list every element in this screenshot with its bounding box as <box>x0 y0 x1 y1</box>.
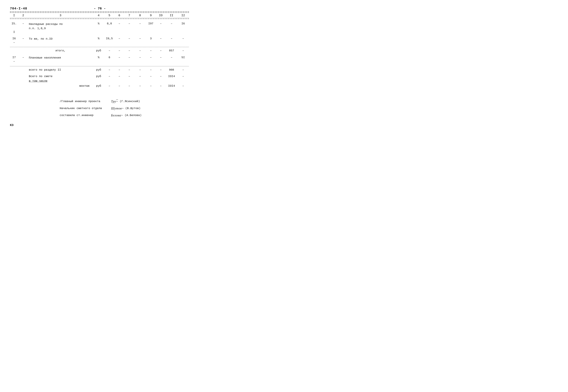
m-col11: – <box>156 84 166 87</box>
column-headers: I 2 3 4 5 6 7 8 9 IO II I2 <box>10 13 189 18</box>
vsr-col8: – <box>124 68 134 71</box>
vsego-razdel-row: всего по разделу II руб – – – – – – 908 … <box>10 68 189 72</box>
dept-head-title: Начальник сметного отдела <box>60 106 109 111</box>
signatures-block: /Главный инженер проекта Тру~ (Г.Ясински… <box>60 98 189 119</box>
chief-engineer-sig-line: /Главный инженер проекта Тру~ (Г.Ясински… <box>60 98 189 105</box>
m-col13: – <box>177 84 189 87</box>
row15-desc: Накладные расходы поп.п. 1,8,9 <box>28 22 93 30</box>
vsm-unit: руб <box>93 75 104 78</box>
row16-col2: – <box>18 37 28 40</box>
itogo-col13: – <box>177 49 189 52</box>
vsego-smete-label: Всего по смете <box>28 75 93 78</box>
row15-col4: % <box>93 22 104 25</box>
compiler-title: составила ст.инженер <box>60 112 109 118</box>
row16-col9: 3 <box>146 37 156 40</box>
row17-col4: % <box>93 56 104 59</box>
itogo-unit: руб <box>93 49 104 52</box>
col-header-12: I2 <box>177 14 189 17</box>
montazh-row: монтаж руб – – – – – – IOI4 – <box>10 84 189 88</box>
header-divider <box>10 12 189 12</box>
row17-col5: 6 <box>104 56 114 59</box>
itogo-row: итого, руб – – – – – – 857 – <box>10 48 189 53</box>
col-header-4: 4 <box>93 14 104 17</box>
col-header-7: 7 <box>124 14 134 17</box>
row16-col4: % <box>93 37 104 40</box>
row15-col10: – <box>156 22 166 25</box>
row16-col7: – <box>124 37 134 40</box>
vsr-col10: – <box>146 68 156 71</box>
itogo-col6: – <box>104 49 114 52</box>
row16-col12: – <box>177 37 189 40</box>
v-tom-chisle-label-row: в том числе <box>10 79 189 83</box>
row15-col11: – <box>166 22 177 25</box>
vsego-smete-row: Всего по смете руб – – – – – – IOI4 – <box>10 74 189 79</box>
vsm-col10: – <box>146 75 156 78</box>
row16-col10: – <box>156 37 166 40</box>
m-col10: – <box>146 84 156 87</box>
itogo-col9: – <box>134 49 146 52</box>
vsego-razdel-label: всего по разделу II <box>28 68 93 71</box>
m-col9: – <box>134 84 146 87</box>
row17-col11: – <box>166 56 177 59</box>
row17-col12: 5I <box>177 56 189 59</box>
vsr-col13: – <box>177 68 189 71</box>
table-row-15: I5. – Накладные расходы поп.п. 1,8,9 % 8… <box>10 21 189 34</box>
row15-col8: – <box>134 22 146 25</box>
header-row: 704-I-48 - 76 - <box>10 7 189 11</box>
itogo-col8: – <box>124 49 134 52</box>
row17-col6: – <box>114 56 124 59</box>
row15-col7: – <box>124 22 134 25</box>
dept-head-sig-line: Начальник сметного отдела Шутов~ (В.Шуто… <box>60 105 189 112</box>
vsm-col9: – <box>134 75 146 78</box>
row16-col13: – <box>10 41 18 44</box>
table-row-17: I7 – Плановые накопления % 6 – – – – – –… <box>10 55 189 64</box>
m-col12: IOI4 <box>166 84 177 87</box>
vsm-col8: – <box>124 75 134 78</box>
vsr-col7: – <box>114 68 124 71</box>
row17-col2: – <box>18 56 28 59</box>
montazh-label: монтаж <box>28 84 93 87</box>
footer-mark: КЗ <box>10 124 189 127</box>
m-col6: – <box>104 84 114 87</box>
vsr-col9: – <box>134 68 146 71</box>
chief-engineer-name: (Г.Ясинский) <box>120 99 140 104</box>
row15-col6: – <box>114 22 124 25</box>
dept-head-signature: Шутов~ <box>111 105 124 112</box>
document-container: 704-I-48 - 76 - I 2 3 4 5 6 7 8 9 IO II … <box>10 7 189 127</box>
data-section: I5. – Накладные расходы поп.п. 1,8,9 % 8… <box>10 21 189 88</box>
col-header-8: 8 <box>134 14 146 17</box>
row15-col12: I6 <box>177 22 189 25</box>
row16-col1: I6 <box>10 37 18 40</box>
itogo-label: итого, <box>28 49 93 52</box>
vsm-col12: IOI4 <box>166 75 177 78</box>
row15-col1: I5. <box>10 22 18 25</box>
row17-desc: Плановые накопления <box>28 56 93 60</box>
itogo-col12: 857 <box>166 49 177 52</box>
itogo-col10: – <box>146 49 156 52</box>
row17-col7: – <box>124 56 134 59</box>
row17-col8: – <box>134 56 146 59</box>
dept-head-name: (В.Шутов) <box>125 106 140 111</box>
col-header-3: 3 <box>28 14 93 17</box>
row16-col6: – <box>114 37 124 40</box>
col-header-10: IO <box>156 14 166 17</box>
row16-col8: – <box>134 37 146 40</box>
sep2 <box>10 66 189 67</box>
compiler-name: (А.Белова) <box>125 112 141 118</box>
col-header-5: 5 <box>104 14 114 17</box>
m-unit: руб <box>93 84 104 87</box>
col-header-1: I <box>10 14 18 17</box>
vsm-col13: – <box>177 75 189 78</box>
row16-col5: I6,5 <box>104 37 114 40</box>
table-row-16: I6 – То же, по п.IO % I6,5 – – – 3 – – –… <box>10 36 189 45</box>
row15-col2: – <box>18 22 28 25</box>
itogo-col7: – <box>114 49 124 52</box>
compiler-sig-line: составила ст.инженер Белова~ (А.Белова) <box>60 112 189 119</box>
col-header-6: 6 <box>114 14 124 17</box>
col-header-2: 2 <box>18 14 28 17</box>
vsm-col6: – <box>104 75 114 78</box>
m-col8: – <box>124 84 134 87</box>
m-col7: – <box>114 84 124 87</box>
header-bottom-divider <box>10 19 189 19</box>
row17-col13: – <box>10 60 18 63</box>
